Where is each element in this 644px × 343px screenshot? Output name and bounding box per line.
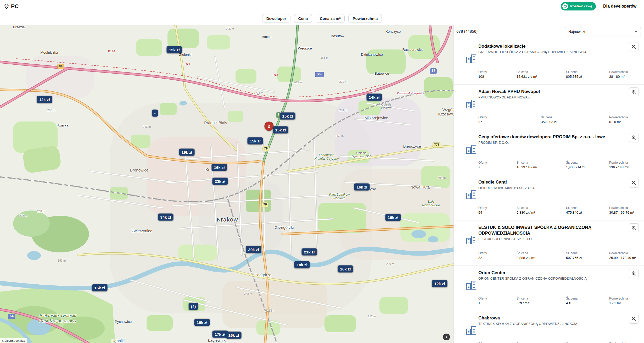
zoom-to-card-button[interactable] — [629, 133, 639, 142]
results-sidebar: 678 (44856) Najnowsze Dodatkowe lokaliza… — [453, 25, 644, 343]
card-stat: Śr. cena805,635 zł — [566, 70, 582, 79]
card-stat: Śr. cena10,297 zł / m² — [517, 161, 537, 169]
logo-pin-icon — [4, 3, 9, 9]
card-title: Adam Nowak PPHU Nowopol — [478, 89, 605, 95]
card-subtitle: PRODIM SP. Z O.O. — [478, 141, 605, 145]
card-stat: Oferty37 — [478, 115, 487, 124]
card-stat: Śr. cena9,888 zł / m² — [517, 251, 535, 260]
developer-card[interactable]: Ceny ofertowe domów dewelopera PRODIM Sp… — [454, 130, 644, 175]
card-stat: Powierzchnia — [609, 342, 628, 343]
developer-card[interactable]: Chabrowa TEXTINEX SPÓŁKA Z OGRANICZONĄ O… — [454, 311, 644, 343]
card-stats: OfertyŚr. cenaŚr. cenaPowierzchnia — [454, 342, 644, 343]
map[interactable]: KrakówPrądnik BiałyBronowiceKrowodrzaGrz… — [0, 25, 453, 343]
buildings-icon — [466, 99, 477, 110]
card-title: Dodatkowe lokalizacje — [478, 43, 605, 49]
zoom-to-card-button[interactable] — [629, 269, 639, 278]
map-price-marker[interactable]: 23k zł — [212, 178, 228, 185]
buildings-icon — [466, 235, 477, 246]
filter-button-powierzchnia[interactable]: Powierzchnia — [348, 14, 382, 23]
map-price-marker[interactable]: 17k zł — [212, 331, 228, 338]
developer-card[interactable]: Adam Nowak PPHU Nowopol PPHU NOWOPOL ADA… — [454, 84, 644, 130]
coffee-button-label: Postaw kawę — [570, 4, 592, 8]
map-price-marker[interactable]: 39k zł — [246, 246, 261, 253]
map-price-marker[interactable]: 16k zł — [92, 284, 108, 291]
buildings-icon — [466, 280, 477, 291]
card-title: ELSTUK & SOLO INWEST SPÓŁKA Z OGRANICZON… — [478, 225, 605, 236]
card-stat: Śr. cena5 zł / m² — [517, 297, 529, 305]
map-attribution: © OpenStreetMap — [0, 338, 27, 343]
header-nav: Postaw kawę Dla developerów Kontakt — [561, 0, 644, 12]
content: KrakówPrądnik BiałyBronowiceKrowodrzaGrz… — [0, 25, 644, 343]
card-stat: Śr. cena — [566, 342, 578, 343]
card-stat: Śr. cena352,303 zł — [541, 115, 557, 124]
map-price-marker[interactable]: 16k zł — [212, 164, 227, 171]
map-price-marker[interactable]: 19k zł — [179, 149, 195, 156]
map-price-marker[interactable]: 16k zł — [354, 184, 370, 191]
developer-card[interactable]: Osiedle Canti OSIEDLE NOWE MIASTO SP. Z … — [454, 175, 644, 220]
card-stat: Powierzchnia136 - 143 m² — [609, 161, 629, 169]
map-info-button[interactable]: i — [443, 334, 450, 340]
map-price-marker[interactable]: 15k zł — [248, 137, 263, 145]
buildings-icon — [466, 54, 477, 64]
map-price-marker[interactable]: 16k zł — [385, 214, 401, 221]
filter-bar: DeweloperCenaCena za m²Powierzchnia — [0, 12, 644, 25]
zoom-to-card-button[interactable] — [629, 223, 639, 233]
coffee-button[interactable]: Postaw kawę — [561, 2, 596, 10]
results-count: 678 (44856) — [456, 29, 478, 34]
zoom-to-card-button[interactable] — [629, 178, 639, 188]
map-price-marker[interactable]: 21k zł — [302, 248, 317, 256]
developer-card[interactable]: Dodatkowe lokalizacje GREENWOOD II SPÓŁK… — [454, 39, 644, 84]
logo[interactable]: PC — [4, 0, 19, 12]
sort-value: Najnowsze — [568, 30, 586, 34]
zoom-to-card-button[interactable] — [629, 87, 639, 97]
card-subtitle: ELSTUK SOLO INWEST SP. Z O.O. — [478, 237, 605, 241]
card-subtitle: TEXTINEX SPÓŁKA Z OGRANICZONĄ ODPOWIEDZI… — [478, 322, 605, 326]
card-subtitle: GREENWOOD II SPÓŁKA Z OGRANICZONĄ ODPOWI… — [478, 50, 605, 54]
filter-button-cena[interactable]: Cena — [294, 14, 312, 23]
map-price-marker[interactable]: 18k zł — [294, 261, 310, 268]
buildings-icon — [466, 190, 477, 200]
filter-button-deweloper[interactable]: Deweloper — [262, 14, 290, 23]
card-stat: Powierzchnia38 - 80 m² — [609, 70, 628, 79]
map-price-marker[interactable]: 12k zł — [37, 96, 52, 103]
card-title: Ceny ofertowe domów dewelopera PRODIM Sp… — [478, 134, 605, 140]
map-price-marker[interactable]: - — [152, 110, 158, 117]
developer-card[interactable]: ELSTUK & SOLO INWEST SPÓŁKA Z OGRANICZON… — [454, 220, 644, 265]
map-price-marker[interactable]: 16k zł — [338, 265, 353, 273]
card-subtitle: PPHU NOWOPOL ADAM NOWAK — [478, 96, 605, 99]
map-price-marker[interactable]: 15k zł — [280, 113, 295, 120]
map-markers: 15k zł12k zł14k zł-15k zł215k zł15k zł19… — [0, 25, 453, 343]
filter-button-cena-za-m[interactable]: Cena za m² — [316, 14, 345, 23]
zoom-to-card-button[interactable] — [629, 314, 639, 324]
card-stat: Powierzchnia25.09 - 172.49 m² — [609, 251, 636, 260]
map-price-marker[interactable]: 16k zł — [226, 332, 242, 339]
card-stat: Oferty — [478, 342, 487, 343]
map-cluster-marker[interactable]: 2 — [265, 122, 274, 131]
coffee-cup-icon — [562, 3, 568, 9]
map-price-marker[interactable]: (4) — [189, 303, 198, 310]
card-stat: Oferty7 — [478, 161, 487, 169]
map-price-marker[interactable]: 15k zł — [273, 126, 288, 134]
zoom-to-card-button[interactable] — [629, 42, 639, 52]
card-stats: Oferty37Śr. cena352,303 złPowierzchnia0 … — [454, 115, 644, 126]
card-title: Chabrowa — [478, 315, 605, 321]
card-stats: Oferty32Śr. cena9,888 zł / m²Śr. cena507… — [454, 251, 644, 262]
map-price-marker[interactable]: 12k zł — [432, 280, 447, 287]
card-stat: Powierzchnia30.87 - 69.76 m² — [609, 206, 634, 214]
nav-dla-developerow[interactable]: Dla developerów — [603, 4, 636, 9]
developer-card[interactable]: Orion Center ORION CENTER SPÓŁKA Z OGRAN… — [454, 265, 644, 311]
sort-select[interactable]: Najnowsze — [565, 27, 641, 36]
map-price-marker[interactable]: 34k zł — [158, 214, 173, 221]
header: PC Postaw kawę Dla developerów Kontakt — [0, 0, 644, 13]
map-price-marker[interactable]: 14k zł — [367, 94, 382, 101]
card-stat: Powierzchnia0 - 0 m² — [609, 115, 628, 124]
map-price-marker[interactable]: 15k zł — [167, 46, 182, 53]
map-price-marker[interactable]: 16k zł — [194, 319, 210, 326]
card-stat: Oferty108 — [478, 70, 487, 79]
results-list[interactable]: Dodatkowe lokalizacje GREENWOOD II SPÓŁK… — [454, 39, 644, 343]
card-stats: Oferty7Śr. cena10,297 zł / m²Śr. cena1,4… — [454, 161, 644, 171]
card-stat: Śr. cena1,435,714 zł — [566, 161, 585, 169]
card-stat: Śr. cena — [517, 342, 528, 343]
card-subtitle: ORION CENTER SPÓŁKA Z OGRANICZONĄ ODPOWI… — [478, 277, 605, 280]
buildings-icon — [466, 145, 477, 155]
